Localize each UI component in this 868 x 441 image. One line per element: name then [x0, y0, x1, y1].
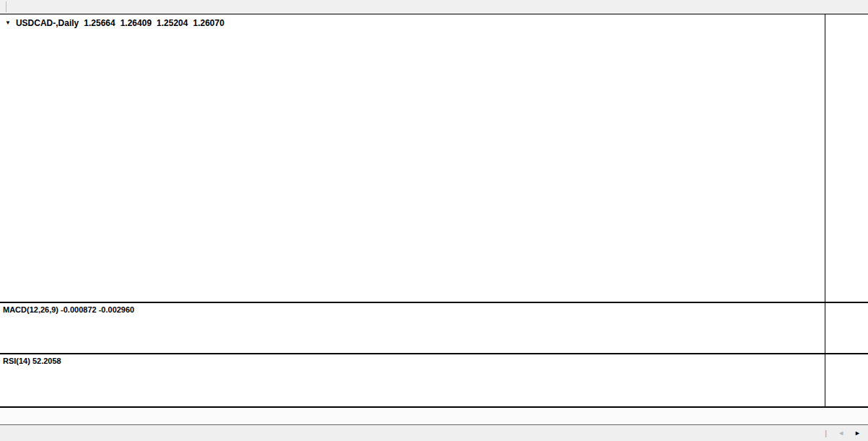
date-axis[interactable] — [0, 408, 868, 424]
chart-title: ▼ USDCAD-,Daily 1.25664 1.26409 1.25204 … — [5, 18, 224, 28]
ohlc-high: 1.26409 — [120, 18, 152, 28]
axis-border — [825, 14, 825, 406]
main-chart[interactable] — [0, 14, 825, 302]
ohlc-low: 1.25204 — [157, 18, 188, 28]
rsi-panel[interactable] — [0, 355, 825, 406]
toolbar-separator — [6, 1, 6, 12]
mt4-chart-window: ▼ USDCAD-,Daily 1.25664 1.26409 1.25204 … — [0, 0, 868, 441]
rsi-label: RSI(14) 52.2058 — [3, 357, 61, 365]
tab-separator: | — [824, 429, 828, 437]
panel-separator[interactable] — [0, 353, 868, 354]
tab-scroll-arrows: | ◄ ► — [824, 429, 868, 437]
macd-label: MACD(12,26,9) -0.000872 -0.002960 — [3, 305, 134, 314]
symbol-tab-bar: | ◄ ► — [0, 424, 868, 441]
tab-scroll-right-icon[interactable]: ► — [854, 429, 861, 437]
panel-separator[interactable] — [0, 302, 868, 303]
timeframe-toolbar — [0, 0, 868, 14]
tab-scroll-left-icon[interactable]: ◄ — [838, 429, 844, 437]
chart-symbol-label: USDCAD-,Daily — [16, 18, 79, 28]
ohlc-close: 1.26070 — [193, 18, 224, 28]
symbol-dropdown-icon[interactable]: ▼ — [5, 19, 11, 26]
ohlc-open: 1.25664 — [84, 18, 115, 28]
